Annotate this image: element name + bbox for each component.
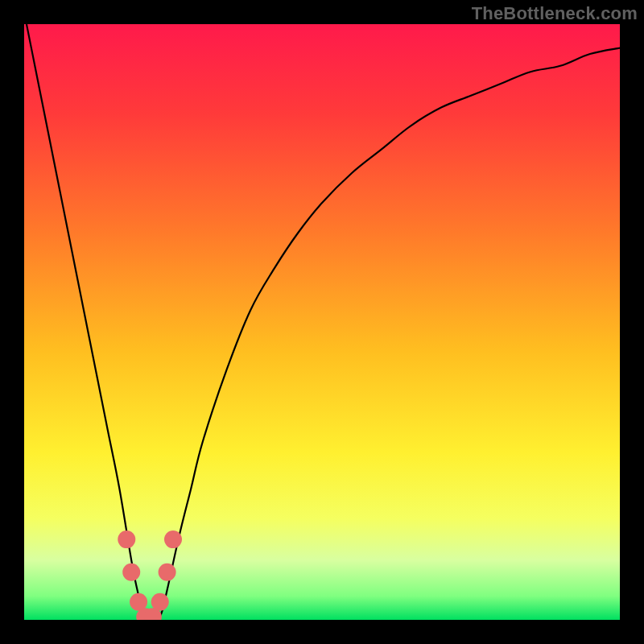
marker-dot xyxy=(159,564,176,581)
marker-dot xyxy=(164,530,182,548)
chart-svg xyxy=(24,24,620,620)
marker-dot xyxy=(118,530,135,548)
marker-dot xyxy=(122,564,140,581)
gradient-background xyxy=(24,24,620,620)
plot-area xyxy=(24,24,620,620)
chart-frame: TheBottleneck.com xyxy=(0,0,644,644)
marker-dot xyxy=(151,593,169,611)
watermark-text: TheBottleneck.com xyxy=(472,3,638,24)
